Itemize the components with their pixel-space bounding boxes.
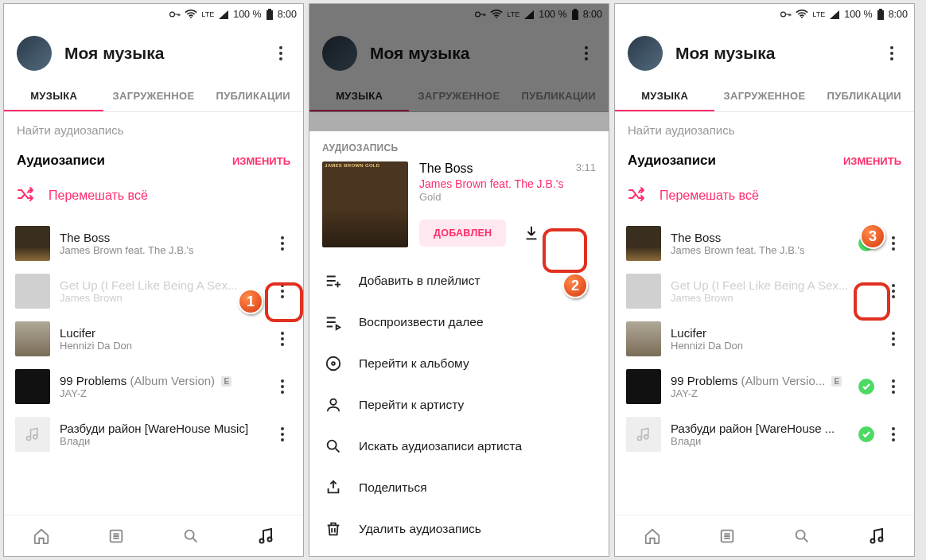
page-header: Моя музыка <box>309 25 609 80</box>
annotation-badge: 3 <box>860 224 885 249</box>
page-header: Моя музыка <box>4 25 303 80</box>
svg-point-6 <box>260 539 264 542</box>
album-art <box>15 274 50 309</box>
clock: 8:00 <box>583 9 602 20</box>
section-title: Аудиозаписи <box>17 153 232 169</box>
explicit-badge: E <box>831 376 842 387</box>
tab-music[interactable]: МУЗЫКА <box>309 80 409 111</box>
edit-button[interactable]: ИЗМЕНИТЬ <box>232 155 290 167</box>
edit-button[interactable]: ИЗМЕНИТЬ <box>843 155 901 167</box>
track-more-icon[interactable] <box>273 377 292 396</box>
track-list: The BossJames Brown feat. The J.B.'s Get… <box>4 220 303 515</box>
page-title: Моя музыка <box>64 44 259 63</box>
more-icon[interactable] <box>577 44 596 63</box>
more-icon[interactable] <box>271 44 290 63</box>
section-title: Аудиозаписи <box>628 153 843 169</box>
battery-pct: 100 % <box>539 9 566 20</box>
menu-search-artist-tracks[interactable]: Искать аудиозаписи артиста <box>309 426 609 467</box>
svg-point-17 <box>801 17 803 18</box>
annotation-badge: 2 <box>562 273 588 298</box>
signal-icon <box>523 10 535 19</box>
track-more-icon[interactable] <box>884 234 903 253</box>
battery-icon <box>877 9 885 21</box>
page-header: Моя музыка <box>615 25 914 80</box>
wifi-icon <box>796 10 808 19</box>
phone-screen-3: LTE 100 % 8:00 Моя музыка МУЗЫКА ЗАГРУЖЕ… <box>614 3 915 557</box>
track-title: The Boss <box>60 231 263 244</box>
tab-music[interactable]: МУЗЫКА <box>615 80 714 111</box>
track-more-icon[interactable] <box>273 234 292 253</box>
track-row[interactable]: Разбуди район [WareHouse Music]Влади <box>4 410 303 458</box>
track-list: The BossJames Brown feat. The J.B.'s Get… <box>615 220 914 515</box>
track-row[interactable]: The BossJames Brown feat. The J.B.'s <box>4 220 303 267</box>
album-art <box>15 226 50 261</box>
nav-music[interactable] <box>839 515 914 556</box>
shuffle-all-button[interactable]: Перемешать всё <box>615 177 914 220</box>
track-more-icon[interactable] <box>884 282 903 301</box>
svg-point-21 <box>796 530 805 539</box>
svg-point-14 <box>330 399 336 405</box>
track-artist: James Brown feat. The J.B.'s <box>60 244 263 256</box>
avatar[interactable] <box>628 36 663 71</box>
nav-list[interactable] <box>79 515 154 556</box>
nav-search[interactable] <box>765 515 839 556</box>
tab-downloaded[interactable]: ЗАГРУЖЕННОЕ <box>103 80 203 111</box>
tab-posts[interactable]: ПУБЛИКАЦИИ <box>815 80 914 111</box>
download-button[interactable] <box>516 217 547 249</box>
shuffle-label: Перемешать всё <box>49 189 148 203</box>
tab-posts[interactable]: ПУБЛИКАЦИИ <box>509 80 609 111</box>
menu-go-to-album[interactable]: Перейти к альбому <box>309 343 609 384</box>
tab-posts[interactable]: ПУБЛИКАЦИИ <box>204 80 303 111</box>
sheet-track-artist[interactable]: James Brown feat. The J.B.'s <box>419 177 596 190</box>
svg-rect-10 <box>572 10 578 20</box>
track-artist: JAY-Z <box>671 387 849 399</box>
nav-list[interactable] <box>690 515 765 556</box>
menu-play-next[interactable]: Воспроизвести далее <box>309 301 609 343</box>
search-input[interactable]: Найти аудиозапись <box>615 112 914 148</box>
tab-downloaded[interactable]: ЗАГРУЖЕННОЕ <box>714 80 814 111</box>
track-artist: Hennizi Da Don <box>60 340 263 352</box>
track-row[interactable]: LuciferHennizi Da Don <box>4 315 303 363</box>
track-more-icon[interactable] <box>884 329 903 348</box>
track-more-icon[interactable] <box>273 282 292 301</box>
clock: 8:00 <box>889 9 908 20</box>
menu-share[interactable]: Поделиться <box>309 467 609 508</box>
tab-downloaded[interactable]: ЗАГРУЖЕННОЕ <box>409 80 508 111</box>
search-input[interactable]: Найти аудиозапись <box>4 112 303 148</box>
album-art <box>15 369 50 404</box>
track-artist: James Brown <box>671 292 874 304</box>
added-button[interactable]: ДОБАВЛЕН <box>419 220 506 247</box>
more-icon[interactable] <box>882 44 901 63</box>
page-title: Моя музыка <box>370 44 564 63</box>
track-title: Get Up (I Feel Like Being A Sex... <box>60 278 263 292</box>
track-title: Get Up (I Feel Like Being A Sex... <box>671 278 874 292</box>
track-more-icon[interactable] <box>884 377 903 396</box>
key-icon <box>780 10 792 18</box>
svg-point-22 <box>871 539 875 542</box>
menu-go-to-artist[interactable]: Перейти к артисту <box>309 384 609 426</box>
nav-home[interactable] <box>4 515 79 556</box>
menu-delete-track[interactable]: Удалить аудиозапись <box>309 508 609 550</box>
status-bar: LTE 100 % 8:00 <box>615 4 914 25</box>
shuffle-all-button[interactable]: Перемешать всё <box>4 177 303 220</box>
track-more-icon[interactable] <box>273 425 292 444</box>
nav-music[interactable] <box>228 515 303 556</box>
track-row[interactable]: Get Up (I Feel Like Being A Sex...James … <box>615 267 914 315</box>
shuffle-icon <box>628 186 647 205</box>
sheet-track-header: The Boss 3:11 James Brown feat. The J.B.… <box>309 161 609 260</box>
track-row[interactable]: 99 Problems (Album Version) EJAY-Z <box>4 363 303 410</box>
track-row[interactable]: Разбуди район [WareHouse ...Влади <box>615 410 914 458</box>
track-more-icon[interactable] <box>884 425 903 444</box>
avatar[interactable] <box>17 36 52 71</box>
phone-screen-2: LTE 100 % 8:00 Моя музыка МУЗЫКА ЗАГРУЖЕ… <box>309 3 609 557</box>
nav-search[interactable] <box>154 515 228 556</box>
track-more-icon[interactable] <box>273 329 292 348</box>
clock: 8:00 <box>278 9 297 20</box>
track-row[interactable]: LuciferHennizi Da Don <box>615 315 914 363</box>
tabs: МУЗЫКА ЗАГРУЖЕННОЕ ПУБЛИКАЦИИ <box>615 80 914 112</box>
track-row[interactable]: 99 Problems (Album Versio... EJAY-Z <box>615 363 914 410</box>
nav-home[interactable] <box>615 515 690 556</box>
avatar[interactable] <box>322 36 357 71</box>
tab-music[interactable]: МУЗЫКА <box>4 80 103 111</box>
page-title: Моя музыка <box>675 44 870 63</box>
